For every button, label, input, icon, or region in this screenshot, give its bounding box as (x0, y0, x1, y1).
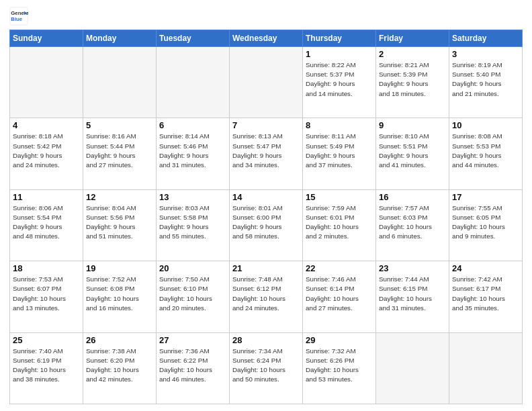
day-number: 4 (13, 120, 80, 130)
day-cell: 6Sunrise: 8:14 AMSunset: 5:46 PMDaylight… (157, 118, 230, 189)
day-cell: 15Sunrise: 7:59 AMSunset: 6:01 PMDayligh… (303, 189, 376, 261)
day-number: 25 (13, 335, 80, 345)
day-number: 8 (306, 120, 373, 130)
day-cell: 28Sunrise: 7:34 AMSunset: 6:24 PMDayligh… (230, 332, 303, 404)
svg-text:Blue: Blue (11, 16, 23, 22)
day-info: Sunrise: 8:16 AMSunset: 5:44 PMDaylight:… (86, 132, 153, 170)
day-info: Sunrise: 8:03 AMSunset: 5:58 PMDaylight:… (159, 203, 226, 242)
day-cell: 9Sunrise: 8:10 AMSunset: 5:51 PMDaylight… (376, 118, 449, 189)
week-row-0: 1Sunrise: 8:22 AMSunset: 5:37 PMDaylight… (10, 47, 523, 118)
day-number: 7 (232, 120, 300, 130)
day-info: Sunrise: 8:08 AMSunset: 5:53 PMDaylight:… (452, 132, 519, 170)
day-info: Sunrise: 7:36 AMSunset: 6:22 PMDaylight:… (159, 347, 226, 385)
weekday-header-tuesday: Tuesday (157, 30, 230, 47)
day-info: Sunrise: 8:21 AMSunset: 5:39 PMDaylight:… (379, 60, 446, 99)
day-number: 19 (86, 263, 153, 273)
day-info: Sunrise: 8:22 AMSunset: 5:37 PMDaylight:… (306, 60, 373, 99)
day-cell: 21Sunrise: 7:48 AMSunset: 6:12 PMDayligh… (230, 261, 303, 332)
weekday-header-row: SundayMondayTuesdayWednesdayThursdayFrid… (10, 30, 523, 47)
day-number: 16 (379, 192, 446, 202)
day-number: 3 (452, 49, 519, 59)
day-cell: 25Sunrise: 7:40 AMSunset: 6:19 PMDayligh… (10, 332, 83, 404)
day-cell: 19Sunrise: 7:52 AMSunset: 6:08 PMDayligh… (83, 261, 157, 332)
weekday-header-wednesday: Wednesday (230, 30, 303, 47)
day-info: Sunrise: 8:10 AMSunset: 5:51 PMDaylight:… (379, 132, 446, 170)
day-info: Sunrise: 8:11 AMSunset: 5:49 PMDaylight:… (306, 132, 373, 170)
day-number: 18 (13, 263, 80, 273)
day-number: 28 (232, 335, 300, 345)
day-info: Sunrise: 7:40 AMSunset: 6:19 PMDaylight:… (13, 347, 80, 385)
day-cell: 22Sunrise: 7:46 AMSunset: 6:14 PMDayligh… (303, 261, 376, 332)
day-number: 21 (232, 263, 300, 273)
top-bar: General Blue (9, 7, 523, 26)
day-number: 23 (379, 263, 446, 273)
day-info: Sunrise: 8:04 AMSunset: 5:56 PMDaylight:… (86, 203, 153, 242)
day-info: Sunrise: 7:59 AMSunset: 6:01 PMDaylight:… (306, 203, 373, 242)
day-info: Sunrise: 8:06 AMSunset: 5:54 PMDaylight:… (13, 203, 80, 242)
day-number: 13 (159, 192, 226, 202)
day-info: Sunrise: 7:53 AMSunset: 6:07 PMDaylight:… (13, 275, 80, 313)
day-cell: 5Sunrise: 8:16 AMSunset: 5:44 PMDaylight… (83, 118, 157, 189)
day-number: 6 (159, 120, 226, 130)
page: General Blue SundayMondayTuesdayWednesda… (0, 0, 532, 411)
day-number: 29 (306, 335, 373, 345)
day-info: Sunrise: 7:42 AMSunset: 6:17 PMDaylight:… (452, 275, 519, 313)
day-cell: 13Sunrise: 8:03 AMSunset: 5:58 PMDayligh… (157, 189, 230, 261)
day-cell: 23Sunrise: 7:44 AMSunset: 6:15 PMDayligh… (376, 261, 449, 332)
day-number: 20 (159, 263, 226, 273)
day-number: 17 (452, 192, 519, 202)
day-cell: 4Sunrise: 8:18 AMSunset: 5:42 PMDaylight… (10, 118, 83, 189)
day-cell: 8Sunrise: 8:11 AMSunset: 5:49 PMDaylight… (303, 118, 376, 189)
day-info: Sunrise: 8:01 AMSunset: 6:00 PMDaylight:… (232, 203, 300, 242)
day-info: Sunrise: 7:46 AMSunset: 6:14 PMDaylight:… (306, 275, 373, 313)
day-cell: 14Sunrise: 8:01 AMSunset: 6:00 PMDayligh… (230, 189, 303, 261)
day-number: 5 (86, 120, 153, 130)
day-number: 10 (452, 120, 519, 130)
day-cell: 27Sunrise: 7:36 AMSunset: 6:22 PMDayligh… (157, 332, 230, 404)
day-info: Sunrise: 7:38 AMSunset: 6:20 PMDaylight:… (86, 347, 153, 385)
day-info: Sunrise: 8:14 AMSunset: 5:46 PMDaylight:… (159, 132, 226, 170)
day-cell (157, 47, 230, 118)
weekday-header-saturday: Saturday (449, 30, 523, 47)
day-cell (230, 47, 303, 118)
day-cell: 3Sunrise: 8:19 AMSunset: 5:40 PMDaylight… (449, 47, 523, 118)
day-cell: 10Sunrise: 8:08 AMSunset: 5:53 PMDayligh… (449, 118, 523, 189)
day-cell: 24Sunrise: 7:42 AMSunset: 6:17 PMDayligh… (449, 261, 523, 332)
weekday-header-friday: Friday (376, 30, 449, 47)
day-number: 24 (452, 263, 519, 273)
day-info: Sunrise: 7:57 AMSunset: 6:03 PMDaylight:… (379, 203, 446, 242)
day-cell: 12Sunrise: 8:04 AMSunset: 5:56 PMDayligh… (83, 189, 157, 261)
day-number: 26 (86, 335, 153, 345)
week-row-1: 4Sunrise: 8:18 AMSunset: 5:42 PMDaylight… (10, 118, 523, 189)
weekday-header-thursday: Thursday (303, 30, 376, 47)
logo: General Blue (9, 7, 30, 26)
day-info: Sunrise: 7:52 AMSunset: 6:08 PMDaylight:… (86, 275, 153, 313)
week-row-3: 18Sunrise: 7:53 AMSunset: 6:07 PMDayligh… (10, 261, 523, 332)
day-info: Sunrise: 7:32 AMSunset: 6:26 PMDaylight:… (306, 347, 373, 385)
day-number: 27 (159, 335, 226, 345)
day-cell (83, 47, 157, 118)
day-number: 1 (306, 49, 373, 59)
day-cell: 26Sunrise: 7:38 AMSunset: 6:20 PMDayligh… (83, 332, 157, 404)
logo-icon: General Blue (9, 7, 28, 26)
weekday-header-monday: Monday (83, 30, 157, 47)
day-cell (376, 332, 449, 404)
day-info: Sunrise: 8:13 AMSunset: 5:47 PMDaylight:… (232, 132, 300, 170)
day-info: Sunrise: 7:48 AMSunset: 6:12 PMDaylight:… (232, 275, 300, 313)
day-cell: 18Sunrise: 7:53 AMSunset: 6:07 PMDayligh… (10, 261, 83, 332)
day-cell: 29Sunrise: 7:32 AMSunset: 6:26 PMDayligh… (303, 332, 376, 404)
day-cell: 7Sunrise: 8:13 AMSunset: 5:47 PMDaylight… (230, 118, 303, 189)
day-number: 22 (306, 263, 373, 273)
day-number: 9 (379, 120, 446, 130)
day-cell: 1Sunrise: 8:22 AMSunset: 5:37 PMDaylight… (303, 47, 376, 118)
calendar-table: SundayMondayTuesdayWednesdayThursdayFrid… (9, 30, 523, 404)
day-number: 12 (86, 192, 153, 202)
weekday-header-sunday: Sunday (10, 30, 83, 47)
day-info: Sunrise: 7:44 AMSunset: 6:15 PMDaylight:… (379, 275, 446, 313)
day-number: 2 (379, 49, 446, 59)
day-cell: 11Sunrise: 8:06 AMSunset: 5:54 PMDayligh… (10, 189, 83, 261)
day-cell: 20Sunrise: 7:50 AMSunset: 6:10 PMDayligh… (157, 261, 230, 332)
day-cell: 2Sunrise: 8:21 AMSunset: 5:39 PMDaylight… (376, 47, 449, 118)
day-cell: 16Sunrise: 7:57 AMSunset: 6:03 PMDayligh… (376, 189, 449, 261)
day-info: Sunrise: 7:34 AMSunset: 6:24 PMDaylight:… (232, 347, 300, 385)
